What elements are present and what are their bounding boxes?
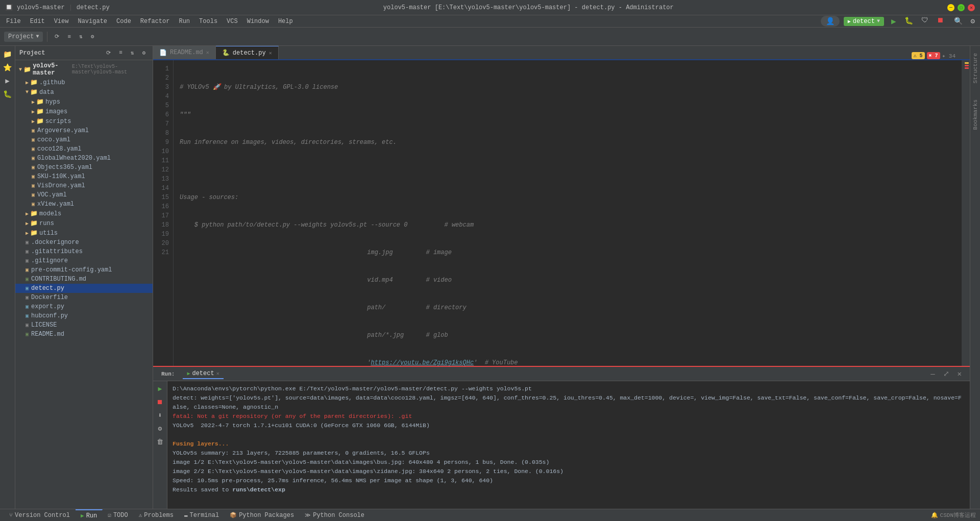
sidebar-run-icon[interactable]: ▶: [2, 75, 14, 87]
tree-item-xview[interactable]: ▣ xView.yaml: [15, 200, 153, 209]
tree-item-argoverse[interactable]: ▣ Argoverse.yaml: [15, 126, 153, 135]
tree-item-gitattributes[interactable]: ▣ .gitattributes: [15, 247, 153, 256]
tree-label-gitignore: .gitignore: [31, 257, 68, 264]
debug-button[interactable]: 🐛: [901, 15, 916, 28]
run-again-button[interactable]: ▶: [155, 383, 166, 394]
tree-item-contributing[interactable]: ▣ CONTRIBUTING.md: [15, 275, 153, 284]
search-everywhere[interactable]: 🔍: [951, 15, 966, 27]
tree-item-visdrone[interactable]: ▣ VisDrone.yaml: [15, 181, 153, 190]
tree-item-objects365[interactable]: ▣ Objects365.yaml: [15, 163, 153, 172]
menu-vcs[interactable]: VCS: [223, 17, 242, 26]
tree-item-dockerfile[interactable]: ▣ Dockerfile: [15, 293, 153, 302]
minimize-button[interactable]: —: [947, 4, 954, 11]
tree-item-dockerignore[interactable]: ▣ .dockerignore: [15, 238, 153, 247]
tree-item-sku110k[interactable]: ▣ SKU-110K.yaml: [15, 172, 153, 181]
tab-detect[interactable]: 🐍 detect.py ✕: [216, 46, 279, 59]
project-selector[interactable]: Project ▼: [4, 32, 43, 42]
menu-code[interactable]: Code: [112, 17, 135, 26]
menu-tools[interactable]: Tools: [195, 17, 222, 26]
window-title: yolov5-master [E:\Text\yolov5-master\yol…: [110, 4, 947, 11]
project-panel-header: Project ⟳ ≡ ⇅ ⚙: [15, 46, 153, 60]
tab-readme[interactable]: 📄 README.md ✕: [153, 46, 216, 59]
bottom-tab-problems-label: Problems: [144, 512, 174, 519]
run-panel-minimize-icon[interactable]: —: [930, 370, 939, 378]
tab-detect-close[interactable]: ✕: [269, 50, 272, 56]
tree-item-precommit[interactable]: ▣ pre-commit-config.yaml: [15, 265, 153, 275]
tree-item-github[interactable]: ▶ 📁 .github: [15, 78, 153, 87]
run-settings-button[interactable]: ⚙: [155, 423, 166, 434]
tree-item-data[interactable]: ▼ 📁 data: [15, 87, 153, 97]
tree-item-runs[interactable]: ▶ 📁 runs: [15, 218, 153, 228]
close-button[interactable]: ✕: [968, 4, 975, 11]
menu-navigate[interactable]: Navigate: [74, 17, 111, 26]
structure-panel-label[interactable]: Structure: [971, 50, 979, 86]
settings-button[interactable]: ⚙: [968, 15, 978, 27]
tree-item-scripts[interactable]: ▶ 📁 scripts: [15, 116, 153, 126]
sidebar-debug-icon[interactable]: 🐛: [2, 88, 14, 100]
menu-window[interactable]: Window: [243, 17, 273, 26]
menu-help[interactable]: Help: [274, 17, 297, 26]
sidebar-favorites-icon[interactable]: ⭐: [2, 61, 14, 73]
tree-item-voc[interactable]: ▣ VOC.yaml: [15, 190, 153, 200]
project-sync-icon[interactable]: ⟳: [103, 48, 114, 58]
tree-item-export[interactable]: ▣ export.py: [15, 302, 153, 311]
tree-item-models[interactable]: ▶ 📁 models: [15, 209, 153, 218]
bottom-tab-python-packages[interactable]: 📦 Python Packages: [225, 509, 300, 522]
run-tab-icon: ▶: [81, 512, 84, 519]
code-content[interactable]: # YOLOv5 🚀 by Ultralytics, GPL-3.0 licen…: [174, 60, 962, 366]
tree-item-hyps[interactable]: ▶ 📁 hyps: [15, 97, 153, 107]
options-icon[interactable]: ⚙: [88, 32, 97, 41]
tree-item-root[interactable]: ▼ 📁 yolov5-master E:\Text\yolov5-master\…: [15, 61, 153, 78]
project-filter-icon[interactable]: ⇅: [128, 48, 137, 58]
sort-icon[interactable]: ⇅: [76, 32, 86, 41]
coverage-button[interactable]: 🛡: [918, 15, 932, 28]
tree-item-coco[interactable]: ▣ coco.yaml: [15, 135, 153, 144]
list-icon[interactable]: ≡: [64, 32, 74, 41]
tree-label-coco: coco.yaml: [37, 136, 70, 143]
stop-button[interactable]: ⏹: [934, 15, 947, 28]
menu-view[interactable]: View: [50, 17, 73, 26]
detect-file-icon: 🐍: [222, 49, 230, 57]
project-gear-icon[interactable]: ⚙: [139, 48, 149, 58]
tree-item-readme[interactable]: ▣ README.md: [15, 330, 153, 339]
tree-item-globalwheat[interactable]: ▣ GlobalWheat2020.yaml: [15, 154, 153, 163]
sidebar-project-icon[interactable]: 📁: [2, 48, 14, 60]
tree-item-detect[interactable]: ▣ detect.py: [15, 284, 153, 293]
run-scroll-button[interactable]: ⬇: [155, 410, 166, 421]
bookmarks-panel-label[interactable]: Bookmarks: [971, 96, 979, 133]
run-output-fusing: Fusing layers...: [173, 439, 965, 449]
bottom-tab-python-console-label: Python Console: [313, 512, 364, 519]
project-list-icon[interactable]: ≡: [116, 48, 126, 58]
tree-item-hubconf[interactable]: ▣ hubconf.py: [15, 311, 153, 320]
menu-file[interactable]: File: [2, 17, 25, 26]
tree-item-gitignore[interactable]: ▣ .gitignore: [15, 256, 153, 265]
menu-refactor[interactable]: Refactor: [136, 17, 174, 26]
sync-icon[interactable]: ⟳: [52, 32, 62, 41]
project-tab: yolov5-master: [17, 4, 65, 11]
run-tab-close[interactable]: ✕: [216, 370, 219, 377]
maximize-button[interactable]: ☐: [958, 4, 965, 11]
run-stop-button[interactable]: ⏹: [155, 396, 166, 408]
bottom-tab-todo[interactable]: ☑ TODO: [103, 509, 133, 522]
run-panel-close-icon[interactable]: ✕: [958, 369, 966, 378]
bottom-tab-terminal[interactable]: ▬ Terminal: [179, 509, 225, 522]
run-button[interactable]: ▶: [888, 15, 899, 28]
user-avatar[interactable]: 👤: [821, 16, 840, 27]
tree-item-license[interactable]: ▣ LICENSE: [15, 320, 153, 330]
tree-label-argoverse: Argoverse.yaml: [37, 127, 89, 134]
bottom-tab-run[interactable]: ▶ Run: [76, 509, 103, 522]
tab-readme-close[interactable]: ✕: [206, 49, 209, 56]
run-config-toolbar[interactable]: ▶ detect ▼: [844, 17, 884, 26]
menu-edit[interactable]: Edit: [26, 17, 49, 26]
tree-item-images[interactable]: ▶ 📁 images: [15, 107, 153, 116]
run-panel-expand-icon[interactable]: ⤢: [943, 369, 953, 378]
tree-label-scripts: scripts: [45, 118, 71, 125]
tree-item-utils[interactable]: ▶ 📁 utils: [15, 228, 153, 238]
bottom-tab-version-control[interactable]: ⑂ Version Control: [4, 509, 76, 522]
run-tab-detect[interactable]: ▶ detect ✕: [183, 369, 223, 379]
tree-item-coco128[interactable]: ▣ coco128.yaml: [15, 144, 153, 154]
menu-run[interactable]: Run: [175, 17, 194, 26]
bottom-tab-python-console[interactable]: ≫ Python Console: [300, 509, 370, 522]
bottom-tab-problems[interactable]: ⚠ Problems: [134, 509, 179, 522]
run-clear-button[interactable]: 🗑: [155, 436, 166, 448]
